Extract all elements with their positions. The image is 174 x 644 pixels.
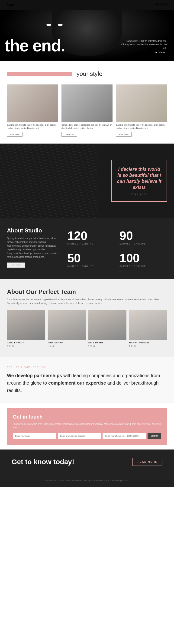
member-nina: NINA SCAVO f 𝕏 ◎ <box>48 310 86 347</box>
hero-title: the end. <box>0 37 70 59</box>
member-nick: NICK PERRY f 𝕏 ◎ <box>88 310 126 347</box>
get-in-touch-title: Get in touch <box>13 414 161 420</box>
email-input[interactable] <box>58 433 101 439</box>
stats-section: About Studio Quickly incentivize impactf… <box>0 218 174 279</box>
member-marry: MARRY HUDSON f 𝕏 ◎ <box>129 310 167 347</box>
member-social-marry: f 𝕏 ◎ <box>129 345 167 347</box>
stats-title: About Studio <box>7 227 60 234</box>
footer: Sample text. Click to select the text bo… <box>0 474 174 487</box>
member-name-marry: MARRY HUDSON <box>129 342 167 344</box>
stats-read-more-button[interactable]: read more <box>7 262 25 268</box>
partnerships-bold-1: We develop partnerships <box>7 373 62 378</box>
style-decorative-bar <box>7 72 72 76</box>
stat-item-2: 50 SAMPLE HEADLINE <box>65 250 115 270</box>
member-name-paul: PAUL LARSON <box>7 342 45 344</box>
hero-right-content: Sample text. Click to select the text bo… <box>121 39 167 54</box>
stat-number-3: 100 <box>119 252 165 264</box>
card-view-more-3[interactable]: view more <box>116 132 132 136</box>
member-name-nick: NICK PERRY <box>88 342 126 344</box>
footer-text: Sample text. Click to select the text bo… <box>7 479 167 482</box>
twitter-icon-marry[interactable]: 𝕏 <box>131 345 133 347</box>
stat-number-0: 120 <box>67 230 112 242</box>
phone-input[interactable] <box>102 433 146 439</box>
member-photo-paul <box>7 310 45 340</box>
card-text-2: Sample text. Click to select the text bo… <box>62 124 112 130</box>
name-input[interactable] <box>13 433 56 439</box>
member-social-nick: f 𝕏 ◎ <box>88 345 126 347</box>
stat-number-2: 50 <box>67 252 112 264</box>
your-style-title: your style <box>77 70 102 78</box>
partnerships-section: RESULTS & PARTNERSHIPS We develop partne… <box>0 357 174 404</box>
canyon-decoration <box>0 144 97 218</box>
hero-sample-text: Sample text. Click to select the text bo… <box>121 39 167 50</box>
stats-description: Quickly incentivize impactful action ite… <box>7 236 60 259</box>
get-in-touch-form: Submit <box>13 433 161 439</box>
instagram-icon-paul[interactable]: ◎ <box>12 345 14 347</box>
quote-text: I declare this world is so beautiful tha… <box>116 166 162 190</box>
card-text-1: Sample text. Click to select the text bo… <box>7 124 58 130</box>
member-photo-marry <box>129 310 167 340</box>
style-cards-container: Sample text. Click to select the text bo… <box>0 82 174 144</box>
card-image-3 <box>116 84 167 122</box>
instagram-icon-marry[interactable]: ◎ <box>134 345 136 347</box>
facebook-icon-marry[interactable]: f <box>129 345 130 347</box>
stat-label-2: SAMPLE HEADLINE <box>67 265 112 267</box>
stat-item-3: 100 SAMPLE HEADLINE <box>117 250 167 270</box>
submit-button[interactable]: Submit <box>148 433 161 439</box>
partnerships-label: RESULTS & PARTNERSHIPS <box>7 366 167 368</box>
stat-item-1: 90 SAMPLE HEADLINE <box>117 227 167 247</box>
quote-section: I declare this world is so beautiful tha… <box>0 144 174 218</box>
hero-eye-left-decoration <box>46 24 51 26</box>
stats-about: About Studio Quickly incentivize impactf… <box>7 227 65 270</box>
stat-label-1: SAMPLE HEADLINE <box>119 243 165 245</box>
bottom-cta-section: Get to know today! READ MORE <box>0 450 174 474</box>
instagram-icon-nick[interactable]: ◎ <box>93 345 95 347</box>
team-title: About Our Perfect Team <box>7 288 167 296</box>
logo: logo <box>7 3 14 7</box>
card-image-1 <box>7 84 58 122</box>
navigation: logo HOME <box>0 0 174 10</box>
hero-eye-right-decoration <box>58 24 63 26</box>
card-view-more-1[interactable]: view more <box>7 132 22 136</box>
member-paul: PAUL LARSON f 𝕏 ◎ <box>7 310 45 347</box>
cta-title: Get to know today! <box>12 458 74 466</box>
facebook-icon-nina[interactable]: f <box>48 345 49 347</box>
stat-item-0: 120 SAMPLE HEADLINE <box>65 227 115 247</box>
member-name-nina: NINA SCAVO <box>48 342 86 344</box>
card-text-3: Sample text. Click to select the text bo… <box>116 124 167 130</box>
twitter-icon-nick[interactable]: 𝕏 <box>90 345 92 347</box>
quote-box: I declare this world is so beautiful tha… <box>111 160 167 202</box>
member-social-paul: f 𝕏 ◎ <box>7 345 45 347</box>
card-image-2 <box>62 84 112 122</box>
hero-section: the end. Sample text. Click to select th… <box>0 10 174 61</box>
partnerships-bold-2: complement our expertise <box>48 380 106 386</box>
style-card-3: Sample text. Click to select the text bo… <box>116 84 167 136</box>
get-in-touch-section: Get in touch Etiam sit amet convallis er… <box>7 408 167 445</box>
stat-label-3: SAMPLE HEADLINE <box>119 265 165 267</box>
team-section: About Our Perfect Team Completely synerg… <box>0 279 174 357</box>
member-photo-nick <box>88 310 126 340</box>
member-photo-nina <box>48 310 86 340</box>
team-members-container: PAUL LARSON f 𝕏 ◎ NINA SCAVO f 𝕏 ◎ NICK … <box>7 310 167 347</box>
your-style-header: your style <box>0 61 174 82</box>
facebook-icon-nick[interactable]: f <box>88 345 89 347</box>
twitter-icon-paul[interactable]: 𝕏 <box>9 345 11 347</box>
style-card-1: Sample text. Click to select the text bo… <box>7 84 58 136</box>
quote-read-more-link[interactable]: READ MORE <box>116 193 162 196</box>
facebook-icon-paul[interactable]: f <box>7 345 8 347</box>
cta-read-more-button[interactable]: READ MORE <box>132 458 162 466</box>
stat-number-1: 90 <box>119 230 165 242</box>
team-description: Completely synergize resource taxing rel… <box>7 298 167 305</box>
home-link[interactable]: HOME <box>156 3 167 7</box>
stats-numbers-grid: 120 SAMPLE HEADLINE 90 SAMPLE HEADLINE 5… <box>65 227 167 270</box>
card-view-more-2[interactable]: view more <box>62 132 77 136</box>
partnerships-text: We develop partnerships with leading com… <box>7 372 167 394</box>
hero-read-more-link[interactable]: read more <box>156 51 167 54</box>
instagram-icon-nina[interactable]: ◎ <box>52 345 55 347</box>
member-social-nina: f 𝕏 ◎ <box>48 345 86 347</box>
stat-label-0: SAMPLE HEADLINE <box>67 243 112 245</box>
get-in-touch-description: Etiam sit amet convallis erat – class ap… <box>13 422 161 429</box>
twitter-icon-nina[interactable]: 𝕏 <box>49 345 51 347</box>
style-card-2: Sample text. Click to select the text bo… <box>62 84 112 136</box>
